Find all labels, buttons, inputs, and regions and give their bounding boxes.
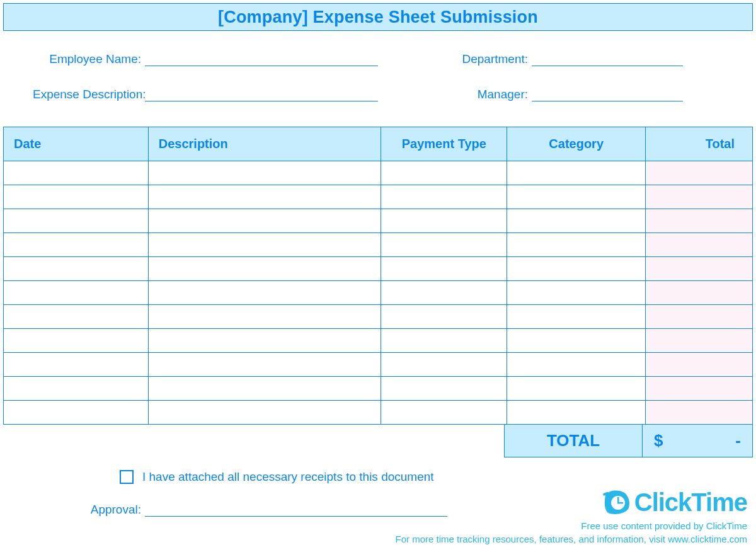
cell-total bbox=[646, 161, 753, 185]
cell-payment_type bbox=[381, 257, 507, 281]
date-input[interactable] bbox=[4, 185, 148, 209]
table-row bbox=[4, 281, 753, 305]
description-input[interactable] bbox=[149, 305, 381, 328]
category-input[interactable] bbox=[507, 233, 645, 256]
category-input[interactable] bbox=[507, 185, 645, 209]
description-input[interactable] bbox=[149, 185, 381, 209]
payment_type-input[interactable] bbox=[381, 401, 507, 424]
cell-category bbox=[507, 257, 646, 281]
cell-description bbox=[148, 185, 381, 209]
approval-label: Approval: bbox=[33, 503, 145, 517]
cell-payment_type bbox=[381, 161, 507, 185]
total-input[interactable] bbox=[646, 185, 752, 209]
cell-description bbox=[148, 353, 381, 377]
cell-date bbox=[4, 401, 149, 425]
date-input[interactable] bbox=[4, 281, 148, 304]
description-input[interactable] bbox=[149, 377, 381, 400]
total-input[interactable] bbox=[646, 257, 752, 280]
date-input[interactable] bbox=[4, 257, 148, 280]
department-label: Department: bbox=[420, 52, 532, 66]
cell-payment_type bbox=[381, 185, 507, 209]
category-input[interactable] bbox=[507, 209, 645, 233]
total-input[interactable] bbox=[646, 233, 752, 256]
employee-name-input[interactable] bbox=[145, 52, 378, 66]
payment_type-input[interactable] bbox=[381, 281, 507, 304]
table-row bbox=[4, 353, 753, 377]
cell-date bbox=[4, 233, 149, 257]
cell-category bbox=[507, 353, 646, 377]
payment_type-input[interactable] bbox=[381, 161, 507, 185]
date-input[interactable] bbox=[4, 233, 148, 256]
receipts-checkbox[interactable] bbox=[120, 470, 134, 484]
table-row bbox=[4, 185, 753, 209]
payment_type-input[interactable] bbox=[381, 233, 507, 256]
expense-description-input[interactable] bbox=[145, 88, 378, 101]
cell-total bbox=[646, 377, 753, 401]
total-input[interactable] bbox=[646, 209, 752, 233]
category-input[interactable] bbox=[507, 257, 645, 280]
payment_type-input[interactable] bbox=[381, 353, 507, 376]
description-input[interactable] bbox=[149, 161, 381, 185]
payment_type-input[interactable] bbox=[381, 209, 507, 233]
date-input[interactable] bbox=[4, 305, 148, 328]
description-input[interactable] bbox=[149, 209, 381, 233]
total-input[interactable] bbox=[646, 281, 752, 304]
total-input[interactable] bbox=[646, 353, 752, 376]
cell-description bbox=[148, 233, 381, 257]
cell-payment_type bbox=[381, 353, 507, 377]
department-field: Department: bbox=[420, 52, 683, 66]
category-input[interactable] bbox=[507, 353, 645, 376]
cell-category bbox=[507, 185, 646, 209]
cell-payment_type bbox=[381, 281, 507, 305]
total-input[interactable] bbox=[646, 329, 752, 352]
manager-input[interactable] bbox=[532, 88, 683, 101]
total-input[interactable] bbox=[646, 377, 752, 400]
category-input[interactable] bbox=[507, 281, 645, 304]
cell-date bbox=[4, 281, 149, 305]
date-input[interactable] bbox=[4, 353, 148, 376]
description-input[interactable] bbox=[149, 257, 381, 280]
description-input[interactable] bbox=[149, 281, 381, 304]
department-input[interactable] bbox=[532, 52, 683, 66]
total-input[interactable] bbox=[646, 401, 752, 424]
cell-description bbox=[148, 377, 381, 401]
cell-category bbox=[507, 281, 646, 305]
cell-description bbox=[148, 281, 381, 305]
description-input[interactable] bbox=[149, 353, 381, 376]
date-input[interactable] bbox=[4, 209, 148, 233]
date-input[interactable] bbox=[4, 377, 148, 400]
cell-total bbox=[646, 401, 753, 425]
cell-description bbox=[148, 257, 381, 281]
cell-date bbox=[4, 305, 149, 329]
category-input[interactable] bbox=[507, 161, 645, 185]
page-title: [Company] Expense Sheet Submission bbox=[218, 8, 538, 27]
total-input[interactable] bbox=[646, 305, 752, 328]
description-input[interactable] bbox=[149, 401, 381, 424]
payment_type-input[interactable] bbox=[381, 329, 507, 352]
brand-block: ClickTime Free use content provided by C… bbox=[395, 488, 747, 546]
category-input[interactable] bbox=[507, 377, 645, 400]
date-input[interactable] bbox=[4, 401, 148, 424]
category-input[interactable] bbox=[507, 401, 645, 424]
date-input[interactable] bbox=[4, 161, 148, 185]
cell-date bbox=[4, 377, 149, 401]
expense-table: Date Description Payment Type Category T… bbox=[3, 127, 753, 425]
table-row bbox=[4, 329, 753, 353]
receipts-row: I have attached all necessary receipts t… bbox=[120, 470, 753, 484]
payment_type-input[interactable] bbox=[381, 305, 507, 328]
description-input[interactable] bbox=[149, 233, 381, 256]
category-input[interactable] bbox=[507, 305, 645, 328]
category-input[interactable] bbox=[507, 329, 645, 352]
total-input[interactable] bbox=[646, 161, 752, 185]
table-row bbox=[4, 161, 753, 185]
date-input[interactable] bbox=[4, 329, 148, 352]
title-bar: [Company] Expense Sheet Submission bbox=[3, 3, 753, 31]
col-header-payment-type: Payment Type bbox=[381, 127, 507, 161]
payment_type-input[interactable] bbox=[381, 257, 507, 280]
cell-total bbox=[646, 185, 753, 209]
cell-description bbox=[148, 161, 381, 185]
payment_type-input[interactable] bbox=[381, 185, 507, 209]
description-input[interactable] bbox=[149, 329, 381, 352]
payment_type-input[interactable] bbox=[381, 377, 507, 400]
brand-line1: Free use content provided by ClickTime bbox=[395, 519, 747, 532]
